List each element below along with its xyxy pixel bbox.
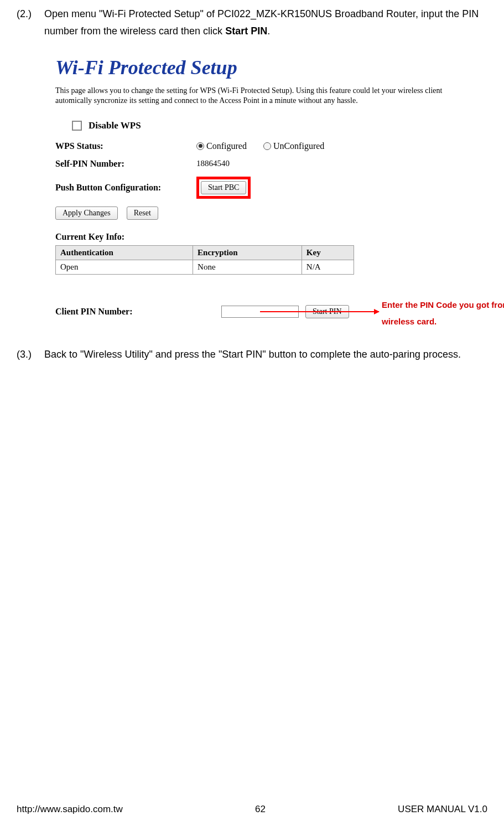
step-2-text: Open menu "Wi-Fi Protected Setup" of PCI… bbox=[44, 6, 487, 39]
self-pin-label: Self-PIN Number: bbox=[55, 159, 196, 169]
wps-status-label: WPS Status: bbox=[55, 141, 196, 151]
footer-page-number: 62 bbox=[255, 804, 266, 815]
client-pin-row: Client PIN Number: Start PIN Enter the P… bbox=[55, 305, 476, 318]
reset-button[interactable]: Reset bbox=[127, 206, 158, 220]
self-pin-row: Self-PIN Number: 18864540 bbox=[55, 159, 476, 169]
radio-icon bbox=[263, 142, 271, 150]
footer-url: http://www.sapido.com.tw bbox=[17, 804, 123, 815]
pbc-label: Push Button Configuration: bbox=[55, 183, 196, 193]
button-row: Apply Changes Reset bbox=[55, 206, 476, 220]
auth-header: Authentication bbox=[56, 245, 193, 260]
step-3-number: (3.) bbox=[17, 346, 44, 363]
apply-changes-button[interactable]: Apply Changes bbox=[55, 206, 118, 220]
table-header-row: Authentication Encryption Key bbox=[56, 245, 354, 260]
encryption-header: Encryption bbox=[193, 245, 302, 260]
current-key-info-label: Current Key Info: bbox=[55, 232, 476, 242]
key-info-table: Authentication Encryption Key Open None … bbox=[55, 245, 354, 275]
wps-title: Wi-Fi Protected Setup bbox=[55, 56, 476, 79]
self-pin-value: 18864540 bbox=[196, 159, 230, 168]
wps-status-row: WPS Status: Configured UnConfigured bbox=[55, 141, 476, 151]
wps-screenshot: Wi-Fi Protected Setup This page allows y… bbox=[44, 50, 487, 329]
footer-manual-version: USER MANUAL V1.0 bbox=[398, 804, 487, 815]
wps-description: This page allows you to change the setti… bbox=[55, 86, 476, 106]
disable-wps-row: Disable WPS bbox=[72, 120, 476, 131]
disable-wps-label: Disable WPS bbox=[89, 120, 141, 131]
configured-option[interactable]: Configured bbox=[196, 141, 247, 151]
start-pbc-button[interactable]: Start PBC bbox=[201, 181, 246, 194]
key-header: Key bbox=[302, 245, 354, 260]
disable-wps-checkbox[interactable] bbox=[72, 121, 82, 131]
step-2: (2.) Open menu "Wi-Fi Protected Setup" o… bbox=[17, 6, 487, 39]
step-2-number: (2.) bbox=[17, 6, 44, 39]
page-footer: http://www.sapido.com.tw 62 USER MANUAL … bbox=[17, 804, 487, 815]
annotation-text: Enter the PIN Code you got from the wire… bbox=[382, 297, 504, 330]
annotation-arrow bbox=[260, 311, 379, 312]
radio-icon bbox=[196, 142, 204, 150]
key-value: N/A bbox=[302, 260, 354, 274]
unconfigured-option[interactable]: UnConfigured bbox=[263, 141, 324, 151]
wps-status-radio-group: Configured UnConfigured bbox=[196, 141, 324, 151]
pbc-row: Push Button Configuration: Start PBC bbox=[55, 177, 476, 199]
client-pin-label: Client PIN Number: bbox=[55, 307, 221, 317]
step-3-text: Back to "Wireless Utility" and press the… bbox=[44, 346, 461, 363]
auth-value: Open bbox=[56, 260, 193, 274]
table-row: Open None N/A bbox=[56, 260, 354, 274]
step-3: (3.) Back to "Wireless Utility" and pres… bbox=[17, 346, 487, 363]
wps-panel: Wi-Fi Protected Setup This page allows y… bbox=[44, 50, 487, 329]
encryption-value: None bbox=[193, 260, 302, 274]
pbc-highlight-box: Start PBC bbox=[196, 177, 251, 199]
